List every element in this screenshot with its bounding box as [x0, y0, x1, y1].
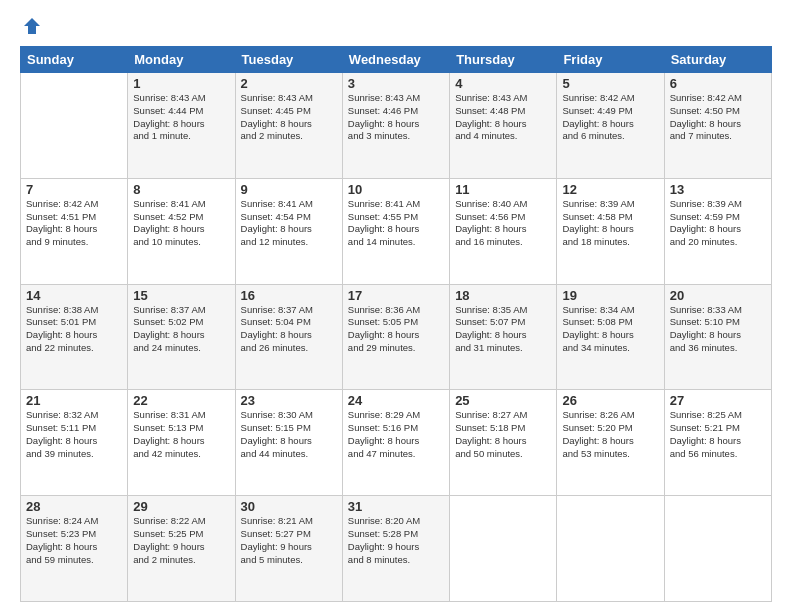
day-number: 11 [455, 182, 551, 197]
day-cell: 31Sunrise: 8:20 AM Sunset: 5:28 PM Dayli… [342, 496, 449, 602]
day-cell: 2Sunrise: 8:43 AM Sunset: 4:45 PM Daylig… [235, 73, 342, 179]
day-cell [21, 73, 128, 179]
day-info: Sunrise: 8:27 AM Sunset: 5:18 PM Dayligh… [455, 409, 551, 460]
day-number: 10 [348, 182, 444, 197]
day-number: 24 [348, 393, 444, 408]
day-info: Sunrise: 8:42 AM Sunset: 4:51 PM Dayligh… [26, 198, 122, 249]
weekday-tuesday: Tuesday [235, 47, 342, 73]
day-cell: 3Sunrise: 8:43 AM Sunset: 4:46 PM Daylig… [342, 73, 449, 179]
day-cell: 26Sunrise: 8:26 AM Sunset: 5:20 PM Dayli… [557, 390, 664, 496]
day-info: Sunrise: 8:41 AM Sunset: 4:52 PM Dayligh… [133, 198, 229, 249]
day-cell: 21Sunrise: 8:32 AM Sunset: 5:11 PM Dayli… [21, 390, 128, 496]
day-cell: 16Sunrise: 8:37 AM Sunset: 5:04 PM Dayli… [235, 284, 342, 390]
page: SundayMondayTuesdayWednesdayThursdayFrid… [0, 0, 792, 612]
day-info: Sunrise: 8:29 AM Sunset: 5:16 PM Dayligh… [348, 409, 444, 460]
day-cell: 15Sunrise: 8:37 AM Sunset: 5:02 PM Dayli… [128, 284, 235, 390]
day-number: 18 [455, 288, 551, 303]
weekday-sunday: Sunday [21, 47, 128, 73]
day-cell: 17Sunrise: 8:36 AM Sunset: 5:05 PM Dayli… [342, 284, 449, 390]
day-info: Sunrise: 8:43 AM Sunset: 4:44 PM Dayligh… [133, 92, 229, 143]
day-info: Sunrise: 8:37 AM Sunset: 5:04 PM Dayligh… [241, 304, 337, 355]
day-number: 28 [26, 499, 122, 514]
day-number: 9 [241, 182, 337, 197]
day-info: Sunrise: 8:24 AM Sunset: 5:23 PM Dayligh… [26, 515, 122, 566]
day-cell: 24Sunrise: 8:29 AM Sunset: 5:16 PM Dayli… [342, 390, 449, 496]
day-info: Sunrise: 8:20 AM Sunset: 5:28 PM Dayligh… [348, 515, 444, 566]
weekday-header-row: SundayMondayTuesdayWednesdayThursdayFrid… [21, 47, 772, 73]
day-info: Sunrise: 8:43 AM Sunset: 4:45 PM Dayligh… [241, 92, 337, 143]
day-cell: 18Sunrise: 8:35 AM Sunset: 5:07 PM Dayli… [450, 284, 557, 390]
day-info: Sunrise: 8:31 AM Sunset: 5:13 PM Dayligh… [133, 409, 229, 460]
day-cell: 4Sunrise: 8:43 AM Sunset: 4:48 PM Daylig… [450, 73, 557, 179]
logo-icon [22, 16, 42, 36]
day-info: Sunrise: 8:30 AM Sunset: 5:15 PM Dayligh… [241, 409, 337, 460]
week-row-4: 28Sunrise: 8:24 AM Sunset: 5:23 PM Dayli… [21, 496, 772, 602]
day-cell [557, 496, 664, 602]
day-cell: 10Sunrise: 8:41 AM Sunset: 4:55 PM Dayli… [342, 178, 449, 284]
day-info: Sunrise: 8:37 AM Sunset: 5:02 PM Dayligh… [133, 304, 229, 355]
weekday-saturday: Saturday [664, 47, 771, 73]
day-cell: 29Sunrise: 8:22 AM Sunset: 5:25 PM Dayli… [128, 496, 235, 602]
day-cell: 5Sunrise: 8:42 AM Sunset: 4:49 PM Daylig… [557, 73, 664, 179]
day-info: Sunrise: 8:40 AM Sunset: 4:56 PM Dayligh… [455, 198, 551, 249]
day-cell: 19Sunrise: 8:34 AM Sunset: 5:08 PM Dayli… [557, 284, 664, 390]
day-number: 22 [133, 393, 229, 408]
weekday-monday: Monday [128, 47, 235, 73]
day-number: 1 [133, 76, 229, 91]
day-cell: 20Sunrise: 8:33 AM Sunset: 5:10 PM Dayli… [664, 284, 771, 390]
day-number: 30 [241, 499, 337, 514]
day-number: 15 [133, 288, 229, 303]
day-info: Sunrise: 8:38 AM Sunset: 5:01 PM Dayligh… [26, 304, 122, 355]
calendar: SundayMondayTuesdayWednesdayThursdayFrid… [20, 46, 772, 602]
day-number: 16 [241, 288, 337, 303]
day-number: 17 [348, 288, 444, 303]
day-cell: 23Sunrise: 8:30 AM Sunset: 5:15 PM Dayli… [235, 390, 342, 496]
day-cell: 7Sunrise: 8:42 AM Sunset: 4:51 PM Daylig… [21, 178, 128, 284]
day-number: 21 [26, 393, 122, 408]
day-number: 20 [670, 288, 766, 303]
weekday-thursday: Thursday [450, 47, 557, 73]
day-number: 8 [133, 182, 229, 197]
day-info: Sunrise: 8:39 AM Sunset: 4:58 PM Dayligh… [562, 198, 658, 249]
day-info: Sunrise: 8:36 AM Sunset: 5:05 PM Dayligh… [348, 304, 444, 355]
day-number: 4 [455, 76, 551, 91]
day-number: 12 [562, 182, 658, 197]
day-info: Sunrise: 8:22 AM Sunset: 5:25 PM Dayligh… [133, 515, 229, 566]
day-info: Sunrise: 8:25 AM Sunset: 5:21 PM Dayligh… [670, 409, 766, 460]
day-number: 2 [241, 76, 337, 91]
weekday-friday: Friday [557, 47, 664, 73]
logo [20, 16, 42, 36]
day-cell: 22Sunrise: 8:31 AM Sunset: 5:13 PM Dayli… [128, 390, 235, 496]
day-number: 25 [455, 393, 551, 408]
day-cell: 13Sunrise: 8:39 AM Sunset: 4:59 PM Dayli… [664, 178, 771, 284]
day-number: 6 [670, 76, 766, 91]
day-cell: 28Sunrise: 8:24 AM Sunset: 5:23 PM Dayli… [21, 496, 128, 602]
day-number: 3 [348, 76, 444, 91]
day-number: 29 [133, 499, 229, 514]
day-number: 27 [670, 393, 766, 408]
day-cell: 14Sunrise: 8:38 AM Sunset: 5:01 PM Dayli… [21, 284, 128, 390]
week-row-0: 1Sunrise: 8:43 AM Sunset: 4:44 PM Daylig… [21, 73, 772, 179]
day-cell: 1Sunrise: 8:43 AM Sunset: 4:44 PM Daylig… [128, 73, 235, 179]
day-info: Sunrise: 8:32 AM Sunset: 5:11 PM Dayligh… [26, 409, 122, 460]
day-info: Sunrise: 8:41 AM Sunset: 4:54 PM Dayligh… [241, 198, 337, 249]
day-cell: 27Sunrise: 8:25 AM Sunset: 5:21 PM Dayli… [664, 390, 771, 496]
day-info: Sunrise: 8:39 AM Sunset: 4:59 PM Dayligh… [670, 198, 766, 249]
day-info: Sunrise: 8:21 AM Sunset: 5:27 PM Dayligh… [241, 515, 337, 566]
weekday-wednesday: Wednesday [342, 47, 449, 73]
day-info: Sunrise: 8:41 AM Sunset: 4:55 PM Dayligh… [348, 198, 444, 249]
day-cell: 25Sunrise: 8:27 AM Sunset: 5:18 PM Dayli… [450, 390, 557, 496]
day-cell: 6Sunrise: 8:42 AM Sunset: 4:50 PM Daylig… [664, 73, 771, 179]
day-number: 5 [562, 76, 658, 91]
day-cell [450, 496, 557, 602]
day-cell: 11Sunrise: 8:40 AM Sunset: 4:56 PM Dayli… [450, 178, 557, 284]
day-info: Sunrise: 8:43 AM Sunset: 4:48 PM Dayligh… [455, 92, 551, 143]
svg-marker-0 [24, 18, 40, 34]
day-info: Sunrise: 8:26 AM Sunset: 5:20 PM Dayligh… [562, 409, 658, 460]
day-number: 31 [348, 499, 444, 514]
day-info: Sunrise: 8:35 AM Sunset: 5:07 PM Dayligh… [455, 304, 551, 355]
day-cell: 12Sunrise: 8:39 AM Sunset: 4:58 PM Dayli… [557, 178, 664, 284]
week-row-1: 7Sunrise: 8:42 AM Sunset: 4:51 PM Daylig… [21, 178, 772, 284]
day-info: Sunrise: 8:42 AM Sunset: 4:50 PM Dayligh… [670, 92, 766, 143]
header [20, 16, 772, 36]
